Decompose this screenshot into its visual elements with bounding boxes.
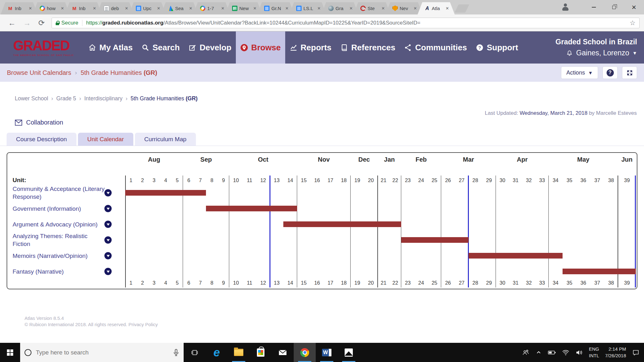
tab-close-icon[interactable]: ✕: [29, 6, 32, 10]
tab-close-icon[interactable]: ✕: [317, 6, 321, 10]
new-tab-button[interactable]: [455, 4, 469, 13]
chevron-down-icon[interactable]: [104, 237, 112, 244]
browser-tab[interactable]: how✕: [33, 2, 70, 14]
tab-close-icon[interactable]: ✕: [125, 6, 128, 10]
browser-tab[interactable]: Ste✕: [353, 2, 391, 14]
browser-tab[interactable]: Inb✕: [65, 2, 102, 14]
tab-close-icon[interactable]: ✕: [349, 6, 353, 10]
browser-tab[interactable]: Sea✕: [161, 2, 198, 14]
tab-close-icon[interactable]: ✕: [61, 6, 64, 10]
browser-tab[interactable]: Gra✕: [321, 2, 358, 14]
browser-tab[interactable]: Atla✕: [418, 2, 455, 14]
nav-item-communities[interactable]: Communities: [400, 31, 471, 64]
tab-close-icon[interactable]: ✕: [157, 6, 160, 10]
unit-label[interactable]: Memoirs (Narrative/Opinion): [13, 252, 105, 260]
browser-tab[interactable]: LS.L✕: [289, 2, 326, 14]
reload-button[interactable]: ⟳: [38, 19, 45, 27]
tab-close-icon[interactable]: ✕: [189, 6, 192, 10]
actions-button[interactable]: Actions ▼: [561, 66, 598, 79]
gantt-bar[interactable]: [206, 206, 297, 211]
tab-course-description[interactable]: Course Description: [7, 133, 76, 146]
back-button[interactable]: ←: [8, 19, 16, 27]
nav-item-my-atlas[interactable]: My Atlas: [84, 31, 137, 64]
unit-label[interactable]: Fantasy (Narrative): [13, 268, 105, 276]
collaboration-link[interactable]: Collaboration: [15, 119, 63, 126]
expand-button[interactable]: [622, 66, 637, 79]
unit-label[interactable]: Community & Acceptance (Literary Respons…: [13, 185, 105, 201]
language-indicator[interactable]: ENG INTL: [589, 346, 599, 359]
word-taskbar-button[interactable]: [316, 343, 338, 362]
browser-tab[interactable]: Gr.N✕: [257, 2, 294, 14]
browser-tab[interactable]: Upc✕: [129, 2, 166, 14]
microphone-icon[interactable]: [173, 349, 179, 356]
tab-close-icon[interactable]: ✕: [381, 6, 385, 10]
graded-logo[interactable]: GRADED THE AMERICAN SCHOOL OF SAO PAULO: [13, 31, 84, 64]
task-view-button[interactable]: [184, 343, 206, 362]
chrome-taskbar-button[interactable]: [294, 343, 316, 362]
tab-close-icon[interactable]: ✕: [253, 6, 257, 10]
store-taskbar-button[interactable]: [250, 343, 272, 362]
action-center-icon[interactable]: [632, 349, 640, 356]
tab-unit-calendar[interactable]: Unit Calendar: [78, 133, 133, 146]
chevron-down-icon[interactable]: [104, 252, 112, 259]
bookmark-star-icon[interactable]: ☆: [630, 19, 636, 27]
nav-item-reports[interactable]: Reports: [285, 31, 336, 64]
breadcrumb-root[interactable]: Browse Unit Calendars: [7, 69, 71, 76]
course-path-item[interactable]: Lower School: [15, 95, 48, 102]
wifi-icon[interactable]: [562, 349, 569, 356]
gantt-bar[interactable]: [469, 253, 563, 259]
gantt-bar[interactable]: [283, 221, 401, 227]
tab-close-icon[interactable]: ✕: [93, 6, 96, 10]
photos-taskbar-button[interactable]: [338, 343, 360, 362]
edge-taskbar-button[interactable]: e: [206, 343, 228, 362]
restore-button[interactable]: [604, 0, 624, 14]
tab-close-icon[interactable]: ✕: [285, 6, 289, 10]
unit-label[interactable]: Government (Information): [13, 205, 105, 213]
bell-icon[interactable]: [566, 50, 573, 57]
browser-tab[interactable]: New✕: [225, 2, 262, 14]
gantt-bar[interactable]: [125, 190, 206, 196]
browser-tab[interactable]: 1-7✕: [193, 2, 230, 14]
privacy-policy-link[interactable]: Privacy Policy: [128, 322, 158, 327]
nav-item-references[interactable]: References: [336, 31, 400, 64]
taskbar-search[interactable]: [20, 343, 184, 362]
help-button[interactable]: ?: [602, 66, 618, 79]
forward-button[interactable]: →: [23, 19, 31, 27]
battery-icon[interactable]: [548, 349, 556, 356]
people-icon[interactable]: [522, 349, 530, 356]
tab-close-icon[interactable]: ✕: [446, 6, 449, 10]
address-bar[interactable]: Secure https://graded.rubiconatlas.org/A…: [52, 18, 640, 28]
course-path-item[interactable]: Interdisciplinary: [84, 95, 123, 102]
browser-tab[interactable]: Inb✕: [1, 2, 38, 14]
explorer-taskbar-button[interactable]: [228, 343, 250, 362]
gantt-bar[interactable]: [563, 269, 636, 274]
chevron-down-icon[interactable]: [104, 268, 112, 275]
unit-label[interactable]: Argument & Advocacy (Opinion): [13, 220, 105, 228]
user-menu[interactable]: Gaines, Lorenzo ▼: [566, 49, 637, 57]
mail-taskbar-button[interactable]: [272, 343, 294, 362]
minimize-button[interactable]: [584, 0, 604, 14]
browser-profile-icon[interactable]: [562, 3, 569, 11]
gantt-bar[interactable]: [401, 237, 469, 243]
start-button[interactable]: [0, 343, 20, 362]
browser-tab[interactable]: deb✕: [97, 2, 134, 14]
nav-item-browse[interactable]: Browse: [236, 31, 285, 64]
chevron-down-icon[interactable]: [104, 205, 112, 212]
week-number: 36: [576, 175, 590, 185]
tray-chevron-up-icon[interactable]: [536, 349, 542, 356]
close-button[interactable]: ✕: [624, 0, 644, 14]
tab-curriculum-map[interactable]: Curriculum Map: [135, 133, 196, 146]
nav-item-support[interactable]: ?Support: [471, 31, 523, 64]
search-input[interactable]: [36, 349, 169, 356]
browser-tab[interactable]: Nev✕: [386, 2, 423, 14]
chevron-down-icon[interactable]: [104, 221, 112, 228]
tab-close-icon[interactable]: ✕: [414, 6, 417, 10]
chevron-down-icon[interactable]: [104, 189, 112, 197]
nav-item-develop[interactable]: Develop: [184, 31, 236, 64]
clock[interactable]: 2:14 PM 7/26/2018: [605, 346, 626, 359]
course-path-item[interactable]: Grade 5: [56, 95, 76, 102]
unit-label[interactable]: Analyzing Themes: Realistic Fiction: [13, 232, 105, 248]
volume-icon[interactable]: [575, 349, 583, 356]
nav-item-search[interactable]: Search: [137, 31, 184, 64]
tab-close-icon[interactable]: ✕: [221, 6, 225, 10]
